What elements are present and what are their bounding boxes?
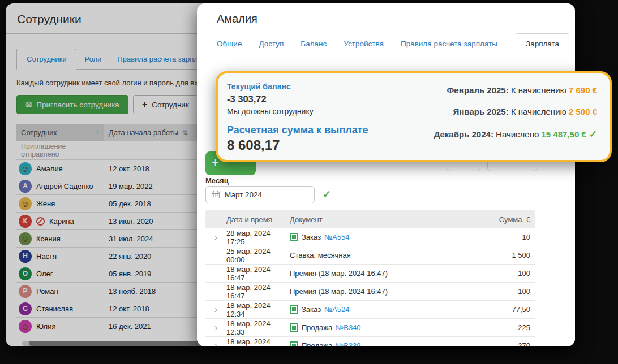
invite-employee-button[interactable]: ✉ Пригласить сотрудника (16, 95, 128, 114)
accrual-period: Февраль 2025: (447, 85, 511, 95)
avatar: ☺ (19, 162, 32, 175)
table-row[interactable]: 25 мар. 2024 00:00Ставка, месячная1 500 (205, 246, 535, 265)
transaction-amount: 225 (484, 323, 535, 332)
transaction-document: Премия (18 мар. 2024 16:47) (290, 269, 484, 278)
transaction-document: Ставка, месячная (290, 251, 484, 259)
employee-start-date: 12 окт. 2018 (104, 305, 192, 313)
accrual-period: Декабрь 2024: (434, 129, 496, 139)
chevron-right-icon[interactable]: › (205, 305, 226, 314)
salary-summary-callout: Текущий баланс -3 303,72 Мы должны сотру… (216, 71, 612, 162)
avatar: Р (19, 285, 32, 298)
transaction-datetime: 28 мар. 2024 17:25 (226, 229, 290, 246)
table-row[interactable]: ›18 мар. 2024 12:34Заказ№А52477,50 (205, 301, 535, 319)
accrual-status: К начислению (511, 85, 569, 95)
employee-name-cell: ☺Юлия (16, 319, 104, 334)
document-type: Продажа (302, 323, 332, 332)
column-header-employee[interactable]: Сотрудник ↑ (16, 124, 104, 141)
tab-Правила расчета зарплаты[interactable]: Правила расчета зарплаты (401, 34, 497, 54)
screen: Сотрудники СотрудникиРолиПравила расчета… (0, 0, 618, 364)
document-number-link[interactable]: №А524 (324, 305, 349, 314)
transaction-document: Заказ№А524 (290, 305, 484, 314)
accrual-amount: 7 690 € (569, 85, 597, 95)
transaction-datetime: 18 мар. 2024 12:28 (226, 337, 290, 347)
tab-Сотрудники[interactable]: Сотрудники (16, 49, 76, 70)
employee-start-date: — (104, 146, 192, 155)
invite-employee-label: Пригласить сотрудника (36, 101, 119, 109)
blocked-icon (36, 217, 45, 226)
employee-name: Станислав (36, 305, 73, 313)
employee-name: Роман (36, 287, 58, 296)
employee-name-cell: ККарина (16, 214, 104, 229)
employee-name: Амалия (36, 164, 63, 173)
employee-name: Женя (36, 200, 55, 208)
transaction-datetime: 18 мар. 2024 12:34 (226, 301, 290, 318)
current-balance-label: Текущий баланс (227, 82, 397, 91)
tab-Доступ[interactable]: Доступ (259, 34, 284, 54)
transaction-document: Продажа№В339 (290, 341, 484, 346)
tab-Роли[interactable]: Роли (76, 49, 109, 69)
accrual-period: Январь 2025: (453, 107, 511, 116)
tab-Баланс[interactable]: Баланс (301, 34, 327, 54)
month-label: Месяц (205, 176, 229, 185)
avatar: О (19, 267, 32, 280)
doc-status-icon (290, 323, 298, 332)
transaction-document: Заказ№А554 (290, 233, 484, 241)
document-type: Премия (18 мар. 2024 16:47) (290, 269, 388, 278)
employee-name: Юлия (36, 322, 55, 331)
document-number-link[interactable]: №В339 (336, 341, 360, 346)
employee-name-cell: ААндрей Саденко (16, 179, 104, 194)
employee-start-date: 05 янв. 2019 (104, 270, 192, 278)
transaction-amount: 10 (484, 233, 535, 241)
payout-value: 8 608,17 (227, 137, 397, 153)
avatar: ☺ (19, 320, 32, 333)
avatar: А (19, 180, 32, 193)
table-row[interactable]: ›18 мар. 2024 12:33Продажа№В340225 (205, 319, 535, 337)
table-row[interactable]: ›18 мар. 2024 12:28Продажа№В339270 (205, 337, 535, 346)
employee-name: Настя (36, 252, 57, 261)
tab-Устройства[interactable]: Устройства (344, 34, 384, 54)
employee-name-cell: Приглашение отправлено (16, 141, 91, 159)
transaction-datetime: 18 мар. 2024 16:47 (226, 265, 290, 282)
add-employee-button[interactable]: + Сотрудник (133, 95, 198, 114)
tab-Зарплата[interactable]: Зарплата (516, 33, 569, 54)
transaction-datetime: 18 мар. 2024 16:47 (226, 283, 290, 300)
transaction-amount: 270 (484, 341, 535, 346)
sort-asc-icon: ↑ (96, 129, 100, 137)
payout-label: Расчетная сумма к выплате (227, 124, 397, 136)
employee-name: Олег (36, 270, 53, 278)
panel-tabs: ОбщиеДоступБалансУстройстваПравила расче… (197, 33, 575, 54)
avatar: Н (19, 250, 32, 263)
tab-Общие[interactable]: Общие (217, 34, 242, 54)
table-row[interactable]: 18 мар. 2024 16:47Премия (18 мар. 2024 1… (205, 265, 535, 283)
table-row[interactable]: ›28 мар. 2024 17:25Заказ№А55410 (205, 228, 535, 246)
accrual-status: К начислению (511, 107, 569, 116)
employee-start-date: 13 июл. 2020 (104, 217, 192, 226)
doc-status-icon (290, 233, 298, 241)
employee-start-date: 19 мар. 2022 (104, 182, 192, 190)
employee-name-cell: ☺Женя (16, 196, 104, 211)
current-balance-note: Мы должны сотруднику (227, 107, 397, 116)
calendar-icon (212, 191, 220, 198)
transaction-amount: 77,50 (484, 305, 535, 314)
document-number-link[interactable]: №А554 (324, 233, 349, 241)
document-number-link[interactable]: №В340 (336, 323, 360, 332)
employee-name: Приглашение отправлено (21, 142, 89, 158)
chevron-right-icon[interactable]: › (205, 341, 226, 346)
employee-name-cell: ☺Амалия (16, 161, 104, 176)
employee-name: Андрей Саденко (36, 182, 93, 190)
accrual-amount: 2 500 € (569, 107, 597, 116)
transactions-table-header: Дата и время Документ Сумма, € (205, 210, 535, 228)
transaction-datetime: 25 мар. 2024 00:00 (226, 247, 290, 264)
accrual-amount: 15 487,50 € (542, 129, 586, 139)
chevron-right-icon[interactable]: › (205, 323, 226, 332)
employee-name-cell: ООлег (16, 266, 104, 281)
month-picker-input[interactable]: Март 2024 (205, 186, 315, 203)
employee-name-cell: РРоман (16, 284, 104, 299)
accrual-status: Начислено (496, 129, 541, 139)
table-row[interactable]: 18 мар. 2024 16:47Премия (18 мар. 2024 1… (205, 283, 535, 301)
employee-start-date: 22 янв. 2020 (104, 252, 192, 261)
check-icon: ✓ (589, 129, 597, 140)
chevron-right-icon[interactable]: › (205, 232, 226, 242)
column-header-start-date[interactable]: Дата начала работы ⇅ (104, 124, 192, 141)
transaction-amount: 1 500 (484, 251, 535, 259)
